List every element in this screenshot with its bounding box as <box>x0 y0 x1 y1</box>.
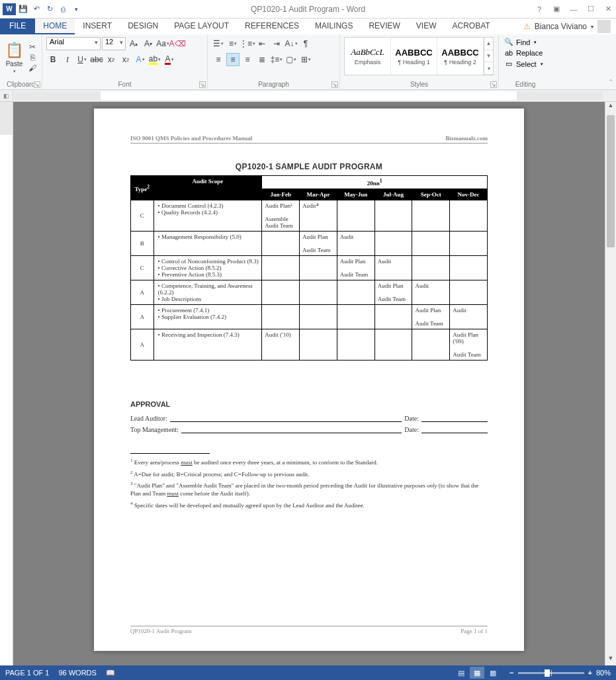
decrease-indent-icon[interactable]: ⇤ <box>255 37 269 50</box>
tab-page-layout[interactable]: PAGE LAYOUT <box>166 19 237 34</box>
bold-button[interactable]: B <box>46 53 60 66</box>
customize-qat-icon[interactable]: ▾ <box>70 3 82 15</box>
group-editing: 🔍Find▾ abReplace ▭Select▾ Editing <box>499 34 552 89</box>
line-spacing-icon[interactable]: ‡≡ <box>270 53 283 66</box>
scroll-down-icon[interactable]: ▼ <box>605 655 616 665</box>
zoom-in-icon[interactable]: + <box>588 669 592 677</box>
help-icon[interactable]: ? <box>534 5 545 13</box>
replace-button[interactable]: abReplace <box>503 48 548 58</box>
scroll-thumb[interactable] <box>607 115 615 247</box>
maximize-icon[interactable]: ☐ <box>586 5 596 13</box>
vertical-scrollbar[interactable]: ▲ ▼ <box>605 102 616 665</box>
group-clipboard: 📋 Paste ▾ ✂ ⎘ 🖌 Clipboard ↘ <box>0 34 42 89</box>
ruler-vertical[interactable] <box>0 102 13 665</box>
paragraph-launcher[interactable]: ↘ <box>331 81 338 88</box>
minimize-icon[interactable]: — <box>568 5 579 13</box>
font-color-icon[interactable]: A <box>163 53 176 66</box>
show-marks-icon[interactable]: ¶ <box>299 37 312 50</box>
ribbon-tabs: FILE HOME INSERT DESIGN PAGE LAYOUT REFE… <box>0 19 616 34</box>
clipboard-launcher[interactable]: ↘ <box>34 81 40 88</box>
styles-gallery[interactable]: AaBbCcLEmphasisAABBCC¶ Heading 1AABBCC¶ … <box>344 37 494 75</box>
italic-button[interactable]: I <box>61 53 74 66</box>
change-case-icon[interactable]: Aa <box>156 37 169 50</box>
tab-mailings[interactable]: MAILINGS <box>307 19 361 34</box>
read-mode-icon[interactable]: ▤ <box>454 667 468 679</box>
multilevel-icon[interactable]: ⋮≡ <box>241 37 254 50</box>
numbering-icon[interactable]: ≡ <box>226 37 240 50</box>
col-period: Nov-Dec <box>450 189 488 200</box>
select-button[interactable]: ▭Select▾ <box>503 59 548 69</box>
zoom-out-icon[interactable]: − <box>509 669 513 677</box>
find-button[interactable]: 🔍Find▾ <box>503 37 548 47</box>
styles-down-icon[interactable]: ▼ <box>484 50 493 63</box>
view-buttons: ▤ ▦ ▩ <box>454 667 500 679</box>
style-item[interactable]: AABBCC¶ Heading 2 <box>437 38 484 75</box>
ruler-corner[interactable]: ◧ <box>0 90 13 101</box>
table-row: CDocument Control (4.2.3)Quality Records… <box>131 200 488 232</box>
shrink-font-icon[interactable]: A▾ <box>142 37 155 50</box>
tab-home[interactable]: HOME <box>35 19 75 34</box>
paste-button[interactable]: 📋 Paste ▾ <box>4 36 24 79</box>
col-period: Jan-Feb <box>262 189 300 200</box>
scroll-up-icon[interactable]: ▲ <box>605 102 616 112</box>
format-painter-icon[interactable]: 🖌 <box>27 64 38 73</box>
font-launcher[interactable]: ↘ <box>199 81 206 88</box>
quickprint-icon[interactable]: ⎙ <box>57 3 69 15</box>
superscript-button[interactable]: x2 <box>119 53 132 66</box>
group-styles: AaBbCcLEmphasisAABBCC¶ Heading 1AABBCC¶ … <box>340 34 499 89</box>
footnotes: 1 Every area/process must be audited onc… <box>130 453 488 509</box>
style-item[interactable]: AaBbCcLEmphasis <box>345 38 391 75</box>
sort-icon[interactable]: A↓ <box>285 37 298 50</box>
borders-icon[interactable]: ⊞ <box>299 53 312 66</box>
tab-review[interactable]: REVIEW <box>361 19 408 34</box>
bullets-icon[interactable]: ☰ <box>212 37 225 50</box>
shading-icon[interactable]: ▢ <box>285 53 298 66</box>
zoom-handle[interactable] <box>545 669 550 677</box>
styles-up-icon[interactable]: ▲ <box>484 38 493 50</box>
font-size-combo[interactable]: 12 <box>102 37 126 50</box>
zoom-level[interactable]: 80% <box>596 669 611 677</box>
proofing-icon[interactable]: 📖 <box>106 669 115 677</box>
col-period: Mar-Apr <box>300 189 337 200</box>
print-layout-icon[interactable]: ▦ <box>470 667 484 679</box>
style-item[interactable]: AABBCC¶ Heading 1 <box>391 38 437 75</box>
strikethrough-button[interactable]: abc <box>90 53 103 66</box>
collapse-ribbon-icon[interactable]: ˆ <box>609 79 612 87</box>
align-center-icon[interactable]: ≡ <box>226 53 240 66</box>
styles-more-icon[interactable]: ▾ <box>484 62 493 75</box>
styles-launcher[interactable]: ↘ <box>490 81 497 88</box>
cut-icon[interactable]: ✂ <box>27 42 38 52</box>
clear-format-icon[interactable]: A⌫ <box>171 37 184 50</box>
tab-insert[interactable]: INSERT <box>75 19 120 34</box>
font-name-combo[interactable]: Arial <box>46 37 101 50</box>
subscript-button[interactable]: x2 <box>105 53 118 66</box>
ribbon-options-icon[interactable]: ▣ <box>551 5 562 13</box>
tab-view[interactable]: VIEW <box>408 19 445 34</box>
tab-references[interactable]: REFERENCES <box>237 19 307 34</box>
page-indicator[interactable]: PAGE 1 OF 1 <box>5 669 49 677</box>
zoom-slider[interactable] <box>518 672 584 674</box>
redo-icon[interactable]: ↻ <box>44 3 56 15</box>
col-type: Type2 <box>131 176 154 200</box>
grow-font-icon[interactable]: A▴ <box>127 37 140 50</box>
save-icon[interactable]: 💾 <box>17 3 29 15</box>
text-effects-icon[interactable]: A <box>134 53 147 66</box>
page[interactable]: ISO 9001 QMS Policies and Procedures Man… <box>94 108 524 651</box>
increase-indent-icon[interactable]: ⇥ <box>270 37 283 50</box>
close-icon[interactable]: ✕ <box>603 5 613 13</box>
justify-icon[interactable]: ≣ <box>255 53 269 66</box>
word-count[interactable]: 96 WORDS <box>58 669 96 677</box>
tab-file[interactable]: FILE <box>0 19 35 34</box>
undo-icon[interactable]: ↶ <box>30 3 42 15</box>
ruler-horizontal[interactable] <box>15 91 603 100</box>
tab-design[interactable]: DESIGN <box>120 19 166 34</box>
highlight-icon[interactable]: ab <box>148 53 161 66</box>
web-layout-icon[interactable]: ▩ <box>486 667 500 679</box>
align-left-icon[interactable]: ≡ <box>212 53 225 66</box>
document-scroll[interactable]: ISO 9001 QMS Policies and Procedures Man… <box>13 102 605 665</box>
underline-button[interactable]: U <box>75 53 89 66</box>
user-account[interactable]: ⚠ Bianca Viviano ▾ <box>523 19 616 34</box>
copy-icon[interactable]: ⎘ <box>27 53 38 62</box>
tab-acrobat[interactable]: ACROBAT <box>444 19 498 34</box>
align-right-icon[interactable]: ≡ <box>241 53 254 66</box>
